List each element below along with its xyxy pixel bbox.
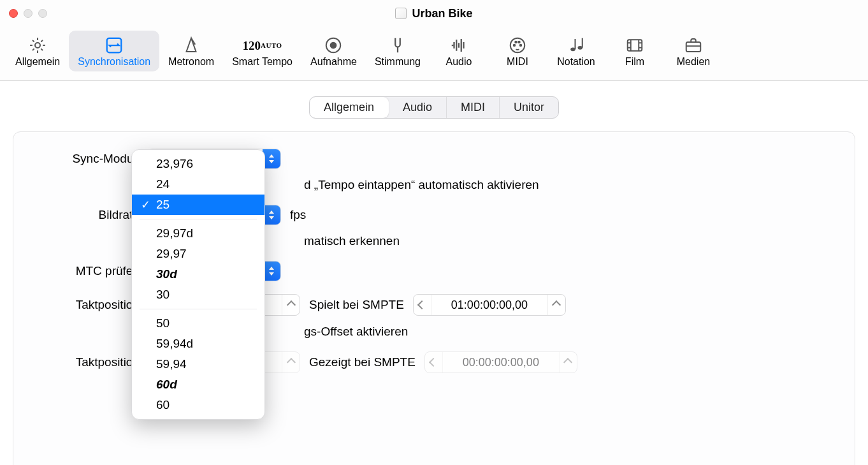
film-icon	[625, 34, 644, 56]
gear-icon	[28, 34, 47, 56]
framerate-menu-item[interactable]: ✓59,94	[132, 354, 264, 374]
menu-item-label: 23,976	[156, 157, 193, 170]
tab-label: Metronom	[168, 56, 214, 68]
tab-label: Audio	[446, 56, 472, 68]
framerate-menu-item[interactable]: ✓29,97d	[132, 223, 264, 244]
tab-smart-tempo[interactable]: 120 AUTO Smart Tempo	[223, 31, 301, 71]
tab-label: Smart Tempo	[232, 56, 293, 68]
menu-item-label: 59,94	[156, 357, 187, 371]
svg-point-8	[518, 41, 520, 43]
tab-label: MIDI	[507, 56, 528, 68]
subtab-unitor[interactable]: Unitor	[500, 97, 558, 118]
tab-audio[interactable]: Audio	[430, 31, 488, 71]
briefcase-icon	[684, 34, 703, 56]
record-icon	[324, 34, 343, 56]
subtab-midi[interactable]: MIDI	[447, 97, 500, 118]
menu-item-label: 60	[156, 398, 170, 411]
stepper-up-button	[559, 352, 577, 373]
tab-synchronisation[interactable]: Synchronisation	[69, 31, 159, 71]
menu-item-label: 30	[156, 288, 170, 301]
close-window-button[interactable]	[9, 9, 18, 18]
framerate-menu-item[interactable]: ✓30	[132, 284, 264, 305]
framerate-menu-item[interactable]: ✓23,976	[132, 154, 264, 174]
title-center: Urban Bike	[0, 7, 868, 20]
stepper-up-button	[282, 352, 300, 373]
stepper-up-button[interactable]	[282, 295, 300, 315]
check-icon: ✓	[141, 198, 150, 212]
sync-modus-label: Sync-Modus	[33, 152, 147, 166]
svg-point-6	[520, 45, 522, 47]
subtab-allgemein[interactable]: Allgemein	[310, 97, 389, 118]
taktposition-label-1: Taktposition	[33, 298, 147, 312]
document-icon	[395, 8, 407, 19]
smpte-stepper-1[interactable]: 01:00:00:00,00	[413, 294, 566, 316]
tab-stimmung[interactable]: Stimmung	[366, 31, 430, 71]
menu-item-label: 29,97d	[156, 226, 193, 240]
popup-arrows-icon	[263, 205, 280, 225]
tab-label: Synchronisation	[78, 56, 150, 68]
menu-separator	[140, 219, 257, 219]
popup-arrows-icon	[263, 262, 280, 281]
menu-separator	[140, 309, 257, 309]
menu-item-label: 24	[156, 177, 170, 191]
smpte-value-2: 00:00:00:00,00	[443, 356, 559, 369]
sync-icon	[105, 34, 124, 56]
minimize-window-button[interactable]	[24, 9, 33, 18]
framerate-menu-item[interactable]: ✓29,97	[132, 244, 264, 264]
spielt-bei-label: Spielt bei SMPTE	[309, 298, 404, 312]
stepper-up-button[interactable]	[547, 295, 565, 315]
tab-label: Medien	[677, 56, 710, 68]
tab-label: Allgemein	[15, 56, 60, 68]
tab-label: Aufnahme	[310, 56, 357, 68]
svg-point-5	[514, 45, 516, 47]
framerate-menu-item[interactable]: ✓59,94d	[132, 334, 264, 354]
tab-label: Notation	[557, 56, 595, 68]
toolbar: Allgemein Synchronisation Metronom 120 A…	[0, 27, 868, 81]
svg-rect-11	[574, 39, 575, 49]
tab-metronom[interactable]: Metronom	[159, 31, 223, 71]
waveform-icon	[449, 34, 468, 56]
framerate-menu-item[interactable]: ✓25	[132, 195, 264, 215]
popup-arrows-icon	[263, 149, 280, 168]
menu-item-label: 25	[156, 198, 170, 211]
tab-notation[interactable]: Notation	[547, 31, 605, 71]
framerate-menu-item[interactable]: ✓30d	[132, 264, 264, 284]
subtab-audio[interactable]: Audio	[389, 97, 447, 118]
svg-rect-14	[686, 42, 701, 52]
stepper-down-button[interactable]	[414, 295, 431, 315]
framerate-menu[interactable]: ✓23,976✓24✓25✓29,97d✓29,97✓30d✓30✓50✓59,…	[131, 149, 265, 420]
smpte-value-1: 01:00:00:00,00	[431, 299, 547, 312]
menu-item-label: 29,97	[156, 247, 187, 260]
window-controls	[9, 9, 47, 18]
tab-label: Film	[625, 56, 644, 68]
stepper-down-button	[425, 352, 443, 373]
tab-midi[interactable]: MIDI	[488, 31, 547, 71]
framerate-menu-item[interactable]: ✓50	[132, 313, 264, 334]
auto-detect-text: matisch erkennen	[304, 234, 400, 248]
framerate-menu-item[interactable]: ✓60	[132, 395, 264, 415]
tuning-fork-icon	[388, 34, 407, 56]
tempo-tap-checkbox-text: d „Tempo eintappen“ automatisch aktivier…	[304, 178, 539, 192]
tab-aufnahme[interactable]: Aufnahme	[301, 31, 366, 71]
menu-item-label: 30d	[156, 267, 177, 281]
gezeigt-bei-label: Gezeigt bei SMPTE	[309, 355, 416, 369]
mtc-label: MTC prüfen	[33, 264, 147, 278]
framerate-menu-item[interactable]: ✓60d	[132, 374, 264, 395]
taktposition-label-2: Taktposition	[33, 355, 147, 369]
metronome-icon	[182, 34, 201, 56]
window-title: Urban Bike	[412, 7, 472, 20]
svg-rect-13	[628, 40, 642, 51]
tab-label: Stimmung	[375, 56, 421, 68]
menu-item-label: 50	[156, 316, 170, 330]
offset-checkbox-text: gs-Offset aktivieren	[304, 325, 408, 339]
fps-label: fps	[290, 208, 306, 222]
framerate-menu-item[interactable]: ✓24	[132, 174, 264, 195]
titlebar: Urban Bike	[0, 0, 868, 27]
tab-medien[interactable]: Medien	[664, 31, 723, 71]
midi-icon	[508, 34, 527, 56]
smpte-stepper-2: 00:00:00:00,00	[424, 351, 577, 373]
tab-film[interactable]: Film	[605, 31, 664, 71]
tab-allgemein[interactable]: Allgemein	[6, 31, 69, 71]
zoom-window-button[interactable]	[38, 9, 47, 18]
subtabs-row: Allgemein Audio MIDI Unitor	[0, 81, 868, 129]
